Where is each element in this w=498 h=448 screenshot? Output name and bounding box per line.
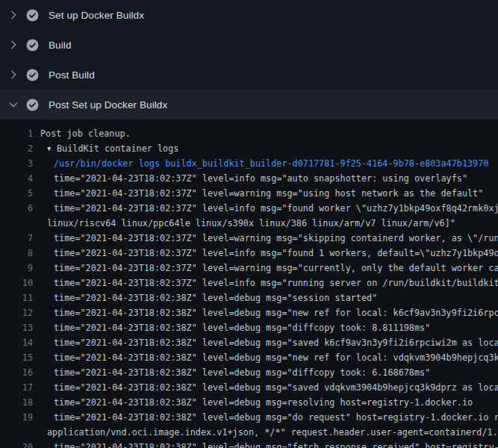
log-panel[interactable]: 1Post job cleanup.2▼BuildKit container l… — [0, 119, 498, 448]
log-line: 4time="2021-04-23T18:02:37Z" level=info … — [0, 171, 498, 186]
log-line-number — [0, 216, 33, 231]
log-line: 13time="2021-04-23T18:02:38Z" level=debu… — [0, 320, 498, 335]
log-group-title[interactable]: BuildKit container logs — [57, 141, 178, 156]
check-circle-icon — [26, 9, 39, 22]
log-line-number[interactable]: 16 — [0, 365, 33, 380]
chevron-down-icon — [7, 99, 19, 111]
log-line-number[interactable]: 20 — [0, 440, 33, 448]
log-text: linux/riscv64 linux/ppc64le linux/s390x … — [47, 216, 455, 231]
log-line: 14time="2021-04-23T18:02:38Z" level=debu… — [0, 335, 498, 350]
step-title: Post Build — [49, 69, 95, 81]
step-header-set-up-docker-buildx[interactable]: Set up Docker Buildx — [0, 0, 498, 30]
log-line: 11time="2021-04-23T18:02:38Z" level=debu… — [0, 290, 498, 305]
step-title: Post Set up Docker Buildx — [49, 99, 167, 111]
log-line-number[interactable]: 6 — [0, 201, 33, 216]
log-line: 1Post job cleanup. — [0, 126, 498, 141]
log-line-number[interactable]: 12 — [0, 305, 33, 320]
log-text: time="2021-04-23T18:02:38Z" level=debug … — [54, 305, 498, 320]
log-line: 19time="2021-04-23T18:02:38Z" level=debu… — [0, 410, 498, 425]
actions-log-viewer: Set up Docker BuildxBuildPost BuildPost … — [0, 0, 498, 448]
log-text: time="2021-04-23T18:02:38Z" level=debug … — [54, 395, 473, 410]
log-text: time="2021-04-23T18:02:37Z" level=warnin… — [54, 261, 498, 276]
check-circle-icon — [26, 69, 39, 81]
log-line: 3/usr/bin/docker logs buildx_buildkit_bu… — [0, 156, 498, 171]
log-line: 5time="2021-04-23T18:02:37Z" level=warni… — [0, 186, 498, 201]
log-text: time="2021-04-23T18:02:38Z" level=debug … — [54, 410, 498, 425]
log-line-number[interactable]: 10 — [0, 276, 33, 290]
log-command-text: /usr/bin/docker logs buildx_buildkit_bui… — [54, 156, 488, 171]
log-text: time="2021-04-23T18:02:38Z" level=debug … — [54, 290, 377, 305]
log-line: 12time="2021-04-23T18:02:38Z" level=debu… — [0, 305, 498, 320]
log-line: 6time="2021-04-23T18:02:37Z" level=info … — [0, 201, 498, 216]
log-line: 7time="2021-04-23T18:02:37Z" level=warni… — [0, 231, 498, 246]
log-line: 17time="2021-04-23T18:02:38Z" level=debu… — [0, 380, 498, 395]
log-line: 9time="2021-04-23T18:02:37Z" level=warni… — [0, 261, 498, 276]
log-line-number[interactable]: 11 — [0, 290, 33, 305]
log-line-number[interactable]: 15 — [0, 350, 33, 365]
log-line-number[interactable]: 8 — [0, 246, 33, 261]
log-line-number[interactable]: 2 — [0, 141, 33, 156]
log-text: time="2021-04-23T18:02:37Z" level=info m… — [54, 276, 498, 290]
log-line: 16time="2021-04-23T18:02:38Z" level=debu… — [0, 365, 498, 380]
log-text: time="2021-04-23T18:02:37Z" level=warnin… — [54, 231, 498, 246]
log-line: application/vnd.oci.image.index.v1+json,… — [0, 425, 498, 440]
log-line: 18time="2021-04-23T18:02:38Z" level=debu… — [0, 395, 498, 410]
log-line-number[interactable]: 18 — [0, 395, 33, 410]
log-line-number — [0, 425, 33, 440]
log-text: time="2021-04-23T18:02:38Z" level=debug … — [54, 335, 498, 350]
step-list: Set up Docker BuildxBuildPost BuildPost … — [0, 0, 498, 119]
log-line: 10time="2021-04-23T18:02:37Z" level=info… — [0, 276, 498, 290]
log-line: 2▼BuildKit container logs — [0, 141, 498, 156]
log-line-number[interactable]: 13 — [0, 320, 33, 335]
step-header-build[interactable]: Build — [0, 30, 498, 60]
log-line: 15time="2021-04-23T18:02:38Z" level=debu… — [0, 350, 498, 365]
log-line-number[interactable]: 14 — [0, 335, 33, 350]
log-text: time="2021-04-23T18:02:38Z" level=debug … — [54, 350, 498, 365]
log-text: time="2021-04-23T18:02:37Z" level=info m… — [54, 201, 498, 216]
log-line-number[interactable]: 7 — [0, 231, 33, 246]
step-header-post-build[interactable]: Post Build — [0, 60, 498, 90]
log-text: Post job cleanup. — [40, 126, 131, 141]
log-text: time="2021-04-23T18:02:38Z" level=debug … — [54, 440, 498, 448]
log-text: time="2021-04-23T18:02:37Z" level=warnin… — [54, 186, 483, 201]
chevron-right-icon — [7, 39, 19, 51]
log-text: time="2021-04-23T18:02:38Z" level=debug … — [54, 380, 498, 395]
log-line: 8time="2021-04-23T18:02:37Z" level=info … — [0, 246, 498, 261]
step-title: Set up Docker Buildx — [49, 10, 144, 21]
group-collapse-icon[interactable]: ▼ — [47, 141, 57, 156]
log-line-number[interactable]: 3 — [0, 156, 33, 171]
chevron-right-icon — [7, 69, 19, 81]
log-line: linux/riscv64 linux/ppc64le linux/s390x … — [0, 216, 498, 231]
step-title: Build — [49, 40, 72, 51]
log-line-number[interactable]: 19 — [0, 410, 33, 425]
log-text: application/vnd.oci.image.index.v1+json,… — [47, 425, 498, 440]
check-circle-icon — [26, 39, 39, 52]
chevron-right-icon — [7, 9, 19, 21]
log-line-number[interactable]: 17 — [0, 380, 33, 395]
log-text: time="2021-04-23T18:02:37Z" level=info m… — [54, 246, 498, 261]
log-line-number[interactable]: 9 — [0, 261, 33, 276]
log-line-number[interactable]: 5 — [0, 186, 33, 201]
log-text: time="2021-04-23T18:02:38Z" level=debug … — [54, 365, 430, 380]
log-line-number[interactable]: 4 — [0, 171, 33, 186]
log-line-number[interactable]: 1 — [0, 126, 33, 141]
log-text: time="2021-04-23T18:02:38Z" level=debug … — [54, 320, 430, 335]
check-circle-icon — [26, 99, 39, 111]
log-line: 20time="2021-04-23T18:02:38Z" level=debu… — [0, 440, 498, 448]
log-text: time="2021-04-23T18:02:37Z" level=info m… — [54, 171, 467, 186]
step-header-post-set-up-docker-buildx[interactable]: Post Set up Docker Buildx — [0, 90, 498, 119]
